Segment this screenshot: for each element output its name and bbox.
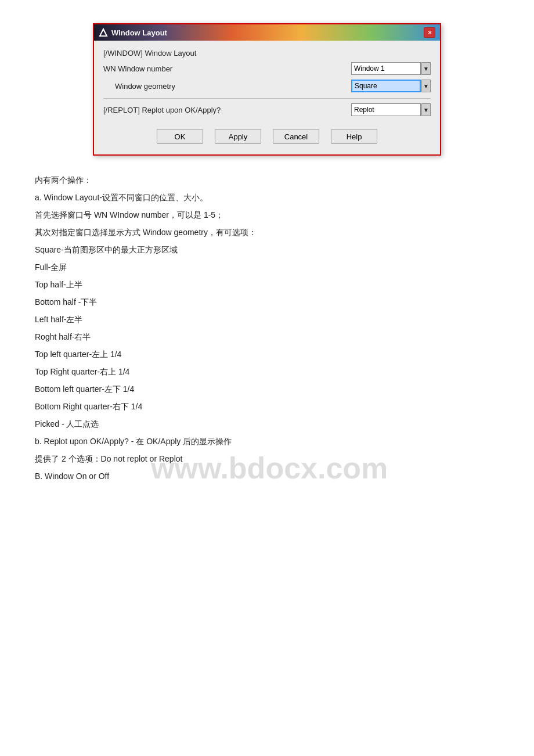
geometry-item: Top left quarter-左上 1/4 xyxy=(35,346,499,362)
replot-arrow-icon[interactable]: ▼ xyxy=(421,103,431,116)
wn-control: Window 1 Window 2 Window 3 Window 4 Wind… xyxy=(351,62,431,75)
section-window-label: [/WINDOW] Window Layout xyxy=(103,49,431,57)
content-area: 内有两个操作： a. Window Layout-设置不同窗口的位置、大小。 首… xyxy=(35,172,499,484)
geometry-item: Top Right quarter-右上 1/4 xyxy=(35,363,499,380)
geometry-item: Bottom half -下半 xyxy=(35,294,499,310)
geometry-item: Top half-上半 xyxy=(35,276,499,293)
content-wrapper: www.bdocx.com 内有两个操作： a. Window Layout-设… xyxy=(35,172,499,484)
wn-row: WN Window number Window 1 Window 2 Windo… xyxy=(103,62,431,75)
dialog-close-button[interactable]: ✕ xyxy=(424,27,435,38)
geometry-control: Square Full Top half Bottom half Left ha… xyxy=(351,80,431,92)
app-logo-icon xyxy=(99,28,108,37)
geometry-label: Window geometry xyxy=(103,82,351,91)
replot-row: [/REPLOT] Replot upon OK/Apply? Do not r… xyxy=(103,103,431,116)
dialog-title-group: Window Layout xyxy=(99,28,167,37)
section-replot: [/REPLOT] Replot upon OK/Apply? Do not r… xyxy=(103,103,431,116)
apply-button[interactable]: Apply xyxy=(215,129,261,144)
geometry-row: Window geometry Square Full Top half Bot… xyxy=(103,80,431,92)
replot-label: [/REPLOT] Replot upon OK/Apply? xyxy=(103,106,351,114)
geometry-item: Picked - 人工点选 xyxy=(35,416,499,432)
window-number-arrow-icon[interactable]: ▼ xyxy=(421,62,431,75)
geometry-items-list: Square-当前图形区中的最大正方形区域Full-全屏Top half-上半B… xyxy=(35,242,499,432)
geometry-arrow-icon[interactable]: ▼ xyxy=(421,80,431,92)
replot-select[interactable]: Do not replot Replot xyxy=(351,103,421,116)
dialog-buttons: OK Apply Cancel Help xyxy=(103,122,431,146)
ok-button[interactable]: OK xyxy=(157,129,203,144)
dialog-title: Window Layout xyxy=(111,28,167,37)
item-b-line1: 提供了 2 个选项：Do not replot or Replot xyxy=(35,451,499,467)
help-button[interactable]: Help xyxy=(331,129,377,144)
svg-marker-0 xyxy=(100,29,107,36)
item-b-title: b. Replot upon OK/Apply? - 在 OK/Apply 后的… xyxy=(35,433,499,449)
wn-label: WN Window number xyxy=(103,64,351,73)
geometry-item: Full-全屏 xyxy=(35,259,499,275)
item-B-title: B. Window On or Off xyxy=(35,468,499,484)
window-layout-dialog: Window Layout ✕ [/WINDOW] Window Layout … xyxy=(93,23,441,156)
geometry-select[interactable]: Square Full Top half Bottom half Left ha… xyxy=(351,80,421,92)
item-a-line2: 其次对指定窗口选择显示方式 Window geometry，有可选项： xyxy=(35,224,499,240)
window-number-select[interactable]: Window 1 Window 2 Window 3 Window 4 Wind… xyxy=(351,62,421,75)
section-window: [/WINDOW] Window Layout WN Window number… xyxy=(103,49,431,92)
geometry-item: Left half-左半 xyxy=(35,311,499,327)
cancel-button[interactable]: Cancel xyxy=(273,129,319,144)
item-a-line1: 首先选择窗口号 WN WIndow number，可以是 1-5； xyxy=(35,207,499,223)
dialog-titlebar: Window Layout ✕ xyxy=(94,24,440,41)
geometry-item: Square-当前图形区中的最大正方形区域 xyxy=(35,242,499,258)
replot-control: Do not replot Replot ▼ xyxy=(351,103,431,116)
item-a-title: a. Window Layout-设置不同窗口的位置、大小。 xyxy=(35,189,499,206)
section-divider xyxy=(103,98,431,99)
geometry-item: Bottom Right quarter-右下 1/4 xyxy=(35,398,499,415)
geometry-item: Roght half-右半 xyxy=(35,329,499,345)
dialog-wrapper: Window Layout ✕ [/WINDOW] Window Layout … xyxy=(35,23,499,156)
geometry-item: Bottom left quarter-左下 1/4 xyxy=(35,381,499,397)
intro-text: 内有两个操作： xyxy=(35,172,499,188)
dialog-body: [/WINDOW] Window Layout WN Window number… xyxy=(94,41,440,154)
